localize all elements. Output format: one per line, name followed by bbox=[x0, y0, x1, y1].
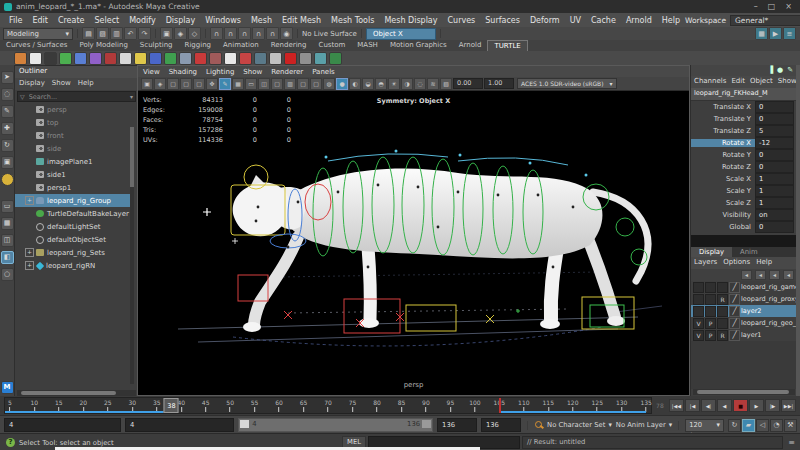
new-layer-from-selected-icon[interactable]: ◂ bbox=[783, 270, 794, 280]
render-settings-icon[interactable]: ≡ bbox=[783, 27, 796, 40]
safe-title-icon[interactable]: ▢ bbox=[310, 78, 322, 90]
motion-blur-icon[interactable]: ≋ bbox=[427, 78, 439, 90]
outliner-item[interactable]: + side bbox=[15, 142, 134, 155]
menu-item[interactable]: Display bbox=[161, 16, 201, 25]
make-object-live-icon[interactable]: ◉ bbox=[280, 27, 293, 40]
layer-visibility-toggle[interactable]: V bbox=[693, 318, 704, 329]
layout-four-pane-icon[interactable]: ▦ bbox=[1, 217, 14, 230]
ipr-render-icon[interactable]: ▶ bbox=[769, 27, 782, 40]
viewport-menu-item[interactable]: Renderer bbox=[271, 68, 303, 76]
outliner-menu-item[interactable]: Help bbox=[78, 79, 94, 89]
layer-visibility-toggle[interactable]: V bbox=[693, 330, 704, 341]
save-scene-icon[interactable]: ▥ bbox=[110, 27, 123, 40]
outliner-item[interactable]: + leopard_rig_Group bbox=[15, 194, 134, 207]
channel-attribute-row[interactable]: Scale Z 1 bbox=[691, 197, 797, 209]
channel-box-menu-item[interactable]: Channels bbox=[694, 77, 726, 87]
outliner-item[interactable]: + imagePlane1 bbox=[15, 155, 134, 168]
shelf-item-icon[interactable] bbox=[179, 52, 192, 65]
shelf-item-icon[interactable] bbox=[299, 52, 312, 65]
layer-display-type-toggle[interactable]: R bbox=[717, 330, 728, 341]
outliner-item[interactable]: + TurtleDefaultBakeLayer bbox=[15, 207, 134, 220]
undo-icon[interactable]: ↶ bbox=[124, 27, 137, 40]
shelf-tab[interactable]: Motion Graphics bbox=[384, 40, 453, 51]
menu-item[interactable]: Mesh Tools bbox=[326, 16, 379, 25]
outliner-item[interactable]: + persp1 bbox=[15, 181, 134, 194]
channel-attribute-row[interactable]: Visibility on bbox=[691, 209, 797, 221]
outliner-item[interactable]: + top bbox=[15, 116, 134, 129]
no-live-surface-label[interactable]: No Live Surface bbox=[302, 30, 357, 38]
screen-space-ao-icon[interactable]: ◌ bbox=[414, 78, 426, 90]
minimize-button[interactable]: – bbox=[754, 2, 758, 11]
stop-icon[interactable]: ■ bbox=[733, 399, 748, 412]
shelf-item-icon[interactable] bbox=[89, 52, 102, 65]
outliner-vscrollbar[interactable] bbox=[130, 127, 134, 384]
layer-menu-item[interactable]: Options bbox=[723, 258, 750, 268]
outliner-item[interactable]: + persp bbox=[15, 103, 134, 116]
sidebar-tabs-strip[interactable] bbox=[796, 65, 800, 396]
playback-loop-icon[interactable]: ↻ bbox=[728, 419, 741, 432]
node-name[interactable]: leopard_rig_FKHead_M bbox=[691, 88, 797, 101]
expand-icon[interactable]: + bbox=[25, 248, 34, 257]
grease-pencil-icon[interactable]: ✎ bbox=[219, 78, 231, 90]
shelf-item-icon[interactable] bbox=[269, 52, 282, 65]
layer-visibility-toggle[interactable] bbox=[693, 294, 704, 305]
layer-visibility-toggle[interactable] bbox=[693, 306, 704, 317]
shelf-item-icon[interactable] bbox=[314, 52, 327, 65]
play-backward-icon[interactable]: ◀ bbox=[717, 399, 732, 412]
shelf-tab[interactable]: Arnold bbox=[453, 40, 488, 51]
close-button[interactable]: × bbox=[785, 2, 792, 11]
menu-item[interactable]: Cache bbox=[586, 16, 621, 25]
new-scene-icon[interactable]: ▤ bbox=[82, 27, 95, 40]
open-scene-icon[interactable]: ▨ bbox=[96, 27, 109, 40]
outliner-item[interactable]: + defaultLightSet bbox=[15, 220, 134, 233]
maya-m-icon[interactable]: M bbox=[1, 381, 14, 394]
select-component-icon[interactable]: ◇ bbox=[188, 27, 201, 40]
set-key-icon[interactable] bbox=[534, 420, 543, 430]
menu-item[interactable]: Create bbox=[53, 16, 90, 25]
viewport-menu-item[interactable]: Show bbox=[243, 68, 262, 76]
anti-aliasing-icon[interactable]: ▧ bbox=[440, 78, 452, 90]
outliner-item[interactable]: + side1 bbox=[15, 168, 134, 181]
step-forward-frame-icon[interactable]: |▶ bbox=[765, 399, 780, 412]
play-forward-icon[interactable]: ▶ bbox=[749, 399, 764, 412]
character-set-select[interactable]: No Character Set▾ bbox=[547, 421, 612, 429]
shelf-tab[interactable]: Animation bbox=[217, 40, 265, 51]
image-plane-icon[interactable]: ▢ bbox=[193, 78, 205, 90]
xray-icon[interactable]: ◓ bbox=[375, 78, 387, 90]
render-current-frame-icon[interactable]: ▦ bbox=[755, 27, 768, 40]
layer-menu-item[interactable]: Help bbox=[756, 258, 772, 268]
layer-tab[interactable]: Anim bbox=[732, 247, 765, 257]
search-input[interactable] bbox=[27, 93, 128, 101]
channel-attribute-row[interactable]: Scale Y 1 bbox=[691, 185, 797, 197]
playback-end-field[interactable]: 136 bbox=[437, 418, 477, 432]
filter-icon[interactable]: ▽ bbox=[18, 93, 27, 100]
snap-projected-center-icon[interactable]: ∩ bbox=[252, 27, 265, 40]
layer-display-type-toggle[interactable] bbox=[717, 282, 728, 293]
channel-attribute-row[interactable]: Rotate Y 0 bbox=[691, 149, 797, 161]
shelf-item-icon[interactable] bbox=[74, 52, 87, 65]
shelf-item-icon[interactable] bbox=[284, 52, 297, 65]
animation-end-field[interactable]: 136 bbox=[481, 418, 521, 432]
shelf-tab[interactable]: Custom bbox=[313, 40, 352, 51]
shelf-item-icon[interactable] bbox=[29, 52, 42, 65]
menu-item[interactable]: UV bbox=[565, 16, 586, 25]
select-object-icon[interactable]: ◈ bbox=[174, 27, 187, 40]
menu-item[interactable]: Mesh Display bbox=[379, 16, 442, 25]
anim-layer-select[interactable]: No Anim Layer▾ bbox=[616, 421, 672, 429]
channel-attribute-row[interactable]: Translate Z 5 bbox=[691, 125, 797, 137]
outliner-menu-item[interactable]: Show bbox=[52, 79, 71, 89]
playback-speed-select[interactable]: 120 fps▾ bbox=[685, 419, 724, 432]
menu-item[interactable]: Help bbox=[657, 16, 685, 25]
channel-box-menu-item[interactable]: Edit bbox=[731, 77, 745, 87]
textured-icon[interactable]: ◐ bbox=[349, 78, 361, 90]
shelf-item-icon[interactable] bbox=[134, 52, 147, 65]
step-back-key-icon[interactable]: |◀ bbox=[685, 399, 700, 412]
shelf-tab[interactable]: Rigging bbox=[179, 40, 218, 51]
outliner-menu-item[interactable]: Display bbox=[19, 79, 45, 89]
display-layer-row[interactable]: V P ╱ leopard_rig_geo_normal bbox=[691, 317, 797, 329]
shaded-icon[interactable]: ● bbox=[336, 78, 348, 90]
scale-tool-icon[interactable]: ▣ bbox=[1, 156, 14, 169]
menu-item[interactable]: Surfaces bbox=[480, 16, 525, 25]
outliner-item[interactable]: + front bbox=[15, 129, 134, 142]
shelf-item-icon[interactable] bbox=[239, 52, 252, 65]
